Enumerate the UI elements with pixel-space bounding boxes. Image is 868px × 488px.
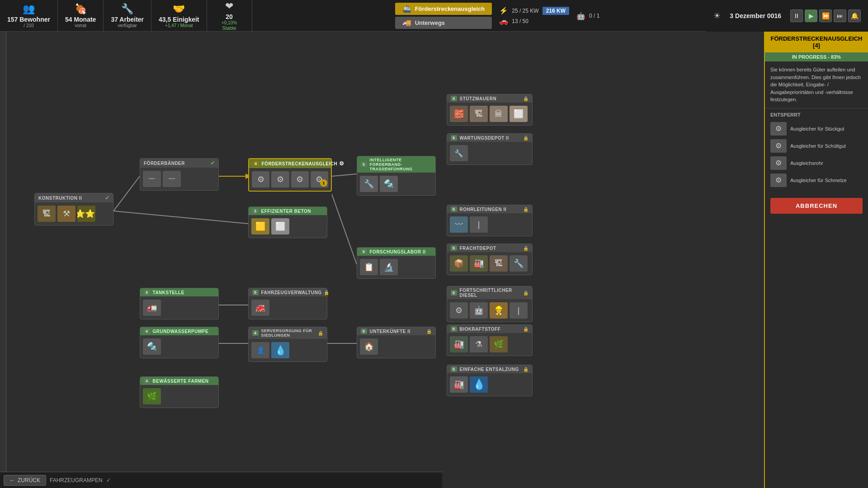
node-serversorgung-header: 4 SERVERSORGUNG FÜR SIEDLUNGEN 🔒 [249, 327, 327, 339]
node-unterkuenfte2-header: 6 UNTERKÜNFTE II 🔒 [357, 327, 435, 335]
svg-line-0 [113, 176, 140, 211]
node-forschungslabor2-title: FORSCHUNGSLABOR II [370, 249, 426, 254]
fast-forward-btn[interactable]: ⏩ [819, 9, 832, 22]
node-foerderstrecke[interactable]: 4 FÖRDERSTRECKENAUSGLEICH ⚙ ⚙ ⚙ ⚙ ⚙ 1 [248, 158, 332, 192]
node-fortschrittlicher-diesel-title: FORTSCHRITTLICHER DIESEL [460, 288, 521, 298]
node-intelligente-body: 🔧 🔩 [357, 173, 435, 195]
node-effizienter-beton[interactable]: 3 EFFIZIENTER BETON 🟨 ⬜ [248, 206, 327, 238]
serversorgung-level: 4 [252, 330, 259, 336]
node-einfache-entsalzung-title: EINFACHE ENTSALZUNG [460, 367, 519, 372]
node-intelligente[interactable]: 5 INTELLIGENTE FÖRDERBAND-TRASSENFÜHRUNG… [357, 156, 436, 196]
unlocked-item-0[interactable]: ⚙ Ausgleicher für Stückgut [770, 120, 863, 137]
unlocked-label-2: Ausgleichsrohr [790, 160, 823, 166]
node-foerderband[interactable]: FÖRDERBÄNDER ✓ 〰 〰 [140, 158, 219, 191]
abort-button[interactable]: ABBRECHEN [770, 198, 863, 214]
mission-status-btn[interactable]: 🚚 Unterwegs [395, 17, 492, 29]
date-text: 3 Dezember 0016 [730, 12, 781, 19]
playback-controls: ⏸ ▶ ⏩ ⏭ 🔔 [790, 9, 861, 22]
konstruktion2-icon1: 🏗 [38, 206, 56, 222]
left-sidebar [0, 32, 6, 488]
fahrzeugverwaltung-level: 5 [252, 290, 259, 295]
tankstelle-level: 4 [144, 290, 150, 295]
node-konstruktion2[interactable]: KONSTRUKTION II ✓ 🏗 ⚒ ⭐⭐⭐★★★★ [34, 193, 113, 225]
unlocked-item-1[interactable]: ⚙ Ausgleicher für Schüttgut [770, 137, 863, 155]
node-tankstelle-body: 🚛 [140, 296, 218, 319]
skip-btn[interactable]: ⏭ [834, 9, 846, 22]
tech-tree[interactable]: KONSTRUKTION II ✓ 🏗 ⚒ ⭐⭐⭐★★★★ FÖRDERBÄND… [6, 32, 442, 472]
unlocked-icon-0: ⚙ [770, 122, 787, 136]
wartungsdepot2-icon1: 🔧 [450, 145, 468, 161]
foerderstrecke-icon2: ⚙ [271, 171, 289, 188]
unlocked-item-2[interactable]: ⚙ Ausgleichsrohr [770, 155, 863, 172]
node-forschungslabor2[interactable]: 6 FORSCHUNGSLABOR II 📋 🔬 [357, 247, 436, 279]
workers-icon: 🔧 [121, 3, 133, 15]
robot-status-block: 🤖 0 / 1 [576, 12, 599, 20]
node-frachtdepot[interactable]: 6 FRACHTDEPOT 🔒 📦 🏭 🏗 🔧 [447, 244, 533, 275]
workers-stat: 🔧 37 Arbeiter verfügbar [104, 0, 151, 31]
bell-btn[interactable]: 🔔 [848, 9, 861, 22]
wartungsdepot2-lock: 🔒 [523, 136, 529, 141]
frachtdepot-lock: 🔒 [523, 246, 529, 251]
stable-sub: +0,10% [222, 20, 237, 25]
info-unlocked-title: ENTSPERRT [770, 112, 863, 117]
svg-line-2 [332, 174, 357, 176]
entsalzung-icon1: 🏭 [450, 376, 468, 393]
node-einfache-entsalzung[interactable]: 6 EINFACHE ENTSALZUNG 🔒 🏭 💧 [447, 365, 533, 396]
play-btn[interactable]: ▶ [805, 9, 817, 22]
farmen-icon1: 🌿 [143, 388, 161, 404]
foerderstrecke-gear: ⚙ [339, 160, 344, 167]
bewasserte-farmen-level: 4 [144, 378, 150, 384]
node-fortschrittlicher-diesel[interactable]: 6 FORTSCHRITTLICHER DIESEL 🔒 ⚙ 🤖 👷 | [447, 286, 533, 322]
unity-stat: 🤝 43,5 Einigkeit +1,47 / Monat [151, 0, 207, 31]
node-grundwasser[interactable]: 4 GRUNDWASSERPUMPE 🔩 [140, 327, 219, 358]
fortschrittlicher-diesel-level: 6 [451, 290, 457, 296]
diesel-icon2: 🤖 [470, 302, 488, 319]
location-label: FAHRZEUGRAMPEN [50, 477, 103, 483]
node-stuetzmauern[interactable]: 4 STÜTZMAUERN 🔒 🧱 🏗 🏛 ⬜ [447, 94, 533, 126]
right-tech[interactable]: 4 STÜTZMAUERN 🔒 🧱 🏗 🏛 ⬜ 6 WARTUNGSDEPOT … [442, 32, 764, 488]
stuetzmauern-icon3: 🏛 [490, 106, 508, 122]
node-biokraftstoff[interactable]: 6 BIOKRAFTSTOFF 🔒 🏭 ⚗ 🌿 [447, 324, 533, 356]
node-serversorgung-title: SERVERSORGUNG FÜR SIEDLUNGEN [261, 328, 316, 338]
intelligente-icon2: 🔩 [380, 176, 398, 192]
node-einfache-entsalzung-body: 🏭 💧 [447, 373, 532, 396]
node-rohrleitungen2-body: 〰 | [447, 213, 532, 236]
node-fortschrittlicher-diesel-header: 6 FORTSCHRITTLICHER DIESEL 🔒 [447, 286, 532, 299]
unlocked-item-3[interactable]: ⚙ Ausgleicher für Schmelze [770, 172, 863, 189]
node-frachtdepot-title: FRACHTDEPOT [460, 246, 496, 251]
mission-name-btn[interactable]: 🚢 Förderstreckenausgleich [395, 3, 492, 15]
node-foerderband-title: FÖRDERBÄNDER [144, 161, 185, 166]
unity-sub: +1,47 / Monat [165, 23, 193, 28]
node-unterkuenfte2[interactable]: 6 UNTERKÜNFTE II 🔒 🏠 [357, 327, 436, 358]
forschung-icon1: 📋 [360, 259, 378, 275]
back-button[interactable]: ← ZURÜCK [4, 475, 46, 486]
unterkuenfte2-lock: 🔒 [426, 329, 432, 334]
node-tankstelle-header: 4 TANKSTELLE [140, 288, 218, 296]
node-rohrleitungen2[interactable]: 6 ROHRLEITUNGEN II 🔒 〰 | [447, 205, 533, 236]
power-row: ⚡ 25 / 25 KW 216 KW [499, 6, 569, 15]
node-fahrzeugverwaltung[interactable]: 5 FAHRZEUGVERWALTUNG 🔒 🚒 [248, 288, 327, 319]
node-wartungsdepot2[interactable]: 6 WARTUNGSDEPOT II 🔒 🔧 [447, 133, 533, 165]
node-fahrzeugverwaltung-body: 🚒 [249, 296, 327, 319]
node-wartungsdepot2-header: 6 WARTUNGSDEPOT II 🔒 [447, 134, 532, 142]
rohrleitungen2-level: 6 [451, 206, 457, 212]
node-serversorgung[interactable]: 4 SERVERSORGUNG FÜR SIEDLUNGEN 🔒 👤 💧 [248, 327, 327, 362]
power-highlight: 216 KW [542, 7, 569, 15]
node-fahrzeugverwaltung-header: 5 FAHRZEUGVERWALTUNG 🔒 [249, 288, 327, 296]
unlocked-label-1: Ausgleicher für Schüttgut [790, 143, 846, 149]
right-top: ☀ 3 Dezember 0016 ⏸ ▶ ⏩ ⏭ 🔔 [706, 0, 868, 32]
node-tankstelle[interactable]: 4 TANKSTELLE 🚛 [140, 288, 219, 319]
node-bewasserte-farmen[interactable]: 4 BEWÄSSERTE FARMEN 🌿 [140, 376, 219, 408]
einfache-entsalzung-level: 6 [451, 366, 457, 372]
beton-icon1: 🟨 [251, 218, 269, 235]
konstruktion2-icon3: ⭐⭐⭐★★★★ [77, 206, 95, 222]
pause-btn[interactable]: ⏸ [790, 9, 803, 22]
forschungslabor2-level: 6 [361, 249, 367, 254]
node-bewasserte-farmen-header: 4 BEWÄSSERTE FARMEN [140, 377, 218, 385]
stable-stat: ❤ 20 +0,10% Stable [207, 0, 252, 31]
biokraftstoff-level: 6 [451, 326, 457, 332]
unterkuenfte2-icon1: 🏠 [360, 338, 378, 355]
node-fahrzeugverwaltung-title: FAHRZEUGVERWALTUNG [261, 290, 322, 295]
svg-line-3 [113, 211, 248, 224]
months-icon: 🍖 [75, 3, 87, 15]
